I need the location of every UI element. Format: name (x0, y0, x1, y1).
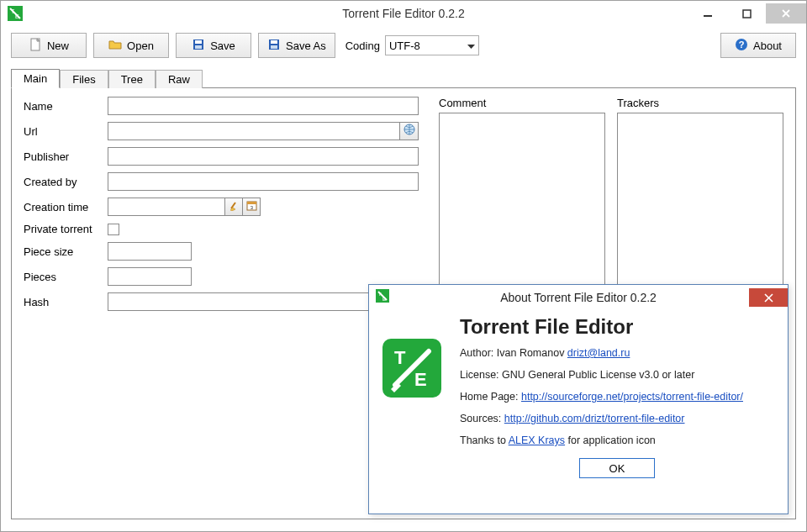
coding-value: UTF-8 (389, 40, 420, 52)
help-icon: ? (735, 38, 748, 54)
globe-icon (404, 124, 415, 139)
toolbar: New Open Save Save As Coding UTF-8 (1, 26, 806, 61)
maximize-button[interactable] (727, 3, 766, 24)
svg-text:E: E (414, 369, 427, 390)
save-as-icon (267, 38, 281, 54)
coding-group: Coding UTF-8 (345, 35, 479, 55)
chevron-down-icon (467, 40, 475, 52)
tab-main[interactable]: Main (11, 69, 60, 88)
open-label: Open (127, 40, 154, 52)
pieces-input[interactable] (108, 267, 192, 286)
calendar-button[interactable]: 3 (242, 198, 261, 216)
save-icon (192, 38, 205, 54)
url-input[interactable] (108, 122, 400, 140)
private-torrent-label: Private torrent (24, 223, 108, 235)
open-url-button[interactable] (400, 122, 419, 140)
about-author-name: Ivan Romanov (497, 347, 567, 359)
about-text: Torrent File Editor Author: Ivan Romanov… (460, 315, 774, 478)
svg-text:E: E (382, 297, 386, 302)
coding-label: Coding (345, 40, 380, 52)
publisher-input[interactable] (108, 147, 419, 166)
window-title: Torrent File Editor 0.2.2 (1, 7, 806, 20)
svg-rect-14 (271, 45, 277, 49)
private-torrent-checkbox[interactable] (108, 224, 119, 235)
pieces-label: Pieces (24, 271, 108, 283)
file-new-icon (29, 38, 42, 54)
save-label: Save (210, 40, 235, 52)
created-by-input[interactable] (108, 172, 419, 191)
about-author-label: Author: (460, 347, 497, 359)
trackers-label: Trackers (617, 97, 783, 109)
close-button[interactable] (766, 3, 806, 24)
about-thanks-prefix: Thanks to (460, 435, 509, 446)
minimize-button[interactable] (688, 3, 727, 24)
about-home-link[interactable]: http://sourceforge.net/projects/torrent-… (521, 391, 743, 403)
tab-files-label: Files (72, 73, 95, 86)
name-label: Name (24, 100, 108, 113)
about-license-value: GNU General Public License v3.0 or later (502, 369, 694, 381)
about-title: About Torrent File Editor 0.2.2 (369, 291, 788, 304)
piece-size-input[interactable] (108, 242, 192, 261)
comment-label: Comment (439, 97, 605, 109)
about-button[interactable]: ? About (720, 33, 796, 58)
piece-size-label: Piece size (24, 245, 108, 258)
save-as-button[interactable]: Save As (258, 33, 335, 58)
about-label: About (753, 40, 782, 52)
about-app-icon: TE (376, 289, 389, 306)
tabs: Main Files Tree Raw (11, 68, 796, 87)
svg-text:?: ? (739, 40, 745, 50)
clear-time-button[interactable] (224, 198, 243, 216)
svg-rect-20 (247, 202, 256, 204)
svg-text:T: T (394, 347, 406, 368)
tab-raw-label: Raw (168, 73, 190, 86)
broom-icon (229, 199, 240, 214)
svg-rect-4 (743, 10, 751, 18)
svg-text:E: E (15, 13, 19, 19)
about-large-icon: TE (382, 315, 446, 478)
about-thanks-suffix: for application icon (565, 435, 656, 446)
about-close-button[interactable] (749, 288, 788, 307)
url-label: Url (24, 125, 108, 138)
svg-rect-11 (195, 45, 202, 49)
about-heading: Torrent File Editor (460, 315, 774, 339)
svg-rect-10 (195, 40, 202, 44)
coding-select[interactable]: UTF-8 (385, 35, 479, 55)
name-input[interactable] (108, 97, 419, 115)
about-home-label: Home Page: (460, 391, 521, 403)
tab-tree-label: Tree (121, 73, 143, 86)
svg-marker-15 (467, 45, 475, 49)
form-left: Name Url (24, 97, 427, 510)
tab-files[interactable]: Files (60, 70, 108, 88)
svg-text:T: T (378, 292, 382, 297)
about-titlebar: TE About Torrent File Editor 0.2.2 (369, 285, 788, 310)
about-ok-label: OK (609, 462, 625, 475)
creation-time-label: Creation time (24, 201, 108, 213)
save-as-label: Save As (286, 40, 326, 52)
titlebar: TE Torrent File Editor 0.2.2 (1, 1, 806, 26)
publisher-label: Publisher (24, 150, 108, 163)
new-button[interactable]: New (11, 33, 87, 58)
tab-main-label: Main (24, 72, 47, 85)
about-sources-label: Sources: (460, 413, 504, 424)
about-sources-link[interactable]: http://github.com/drizt/torrent-file-edi… (504, 413, 685, 424)
about-author-email-link[interactable]: drizt@land.ru (567, 347, 630, 359)
creation-time-input[interactable] (108, 198, 225, 216)
about-license-label: License: (460, 369, 502, 381)
new-label: New (47, 40, 69, 52)
tab-tree[interactable]: Tree (108, 70, 156, 88)
app-icon: TE (8, 6, 23, 21)
hash-label: Hash (24, 296, 108, 308)
about-dialog: TE About Torrent File Editor 0.2.2 TE To… (368, 284, 789, 514)
save-button[interactable]: Save (176, 33, 251, 58)
folder-open-icon (108, 38, 122, 54)
window-controls (688, 3, 806, 24)
svg-rect-13 (271, 40, 277, 44)
created-by-label: Created by (24, 176, 108, 188)
about-ok-button[interactable]: OK (579, 458, 655, 478)
about-thanks-link[interactable]: ALEX Krays (509, 435, 565, 446)
calendar-icon: 3 (246, 199, 257, 214)
open-button[interactable]: Open (93, 33, 169, 58)
tab-raw[interactable]: Raw (156, 70, 203, 88)
